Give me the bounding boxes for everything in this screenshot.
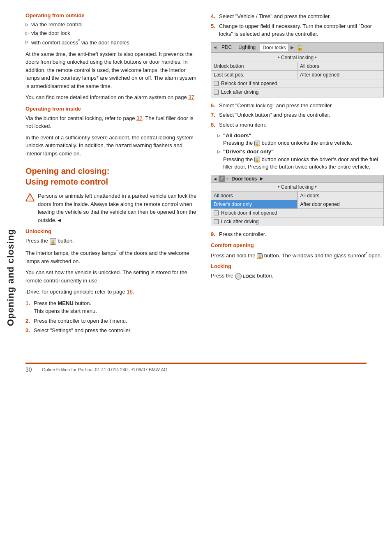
screen-mockup-1: ◄ PDC Lighting Door locks ▶ 🔒 • Central … (211, 42, 384, 97)
lock-circle-icon (235, 273, 242, 280)
screen1-lock-driving-checkbox (214, 90, 219, 95)
screen2-row1: All doors All doors (211, 192, 383, 200)
operating-outside-bullets: via the remote control via the door lock… (25, 21, 198, 47)
screen1-fwd-arrow: ▶ (291, 45, 294, 50)
screen1-back-arrow: ◄ (213, 45, 217, 50)
left-column: Operating from outside via the remote co… (25, 12, 198, 338)
unlocking-para1: Press the 🔓 button. (25, 237, 198, 245)
inside-para2: In the event of a sufficiently severe ac… (25, 134, 198, 158)
screen1-after-door: After door opened (297, 71, 383, 79)
warning-text: Persons or animals left unattended in a … (38, 192, 198, 224)
screen2-header: ◄ ✓ ≡ Door locks ▶ (211, 175, 383, 183)
screen1-tab-doorlocks: Door locks (260, 44, 289, 51)
outside-para1: At the same time, the anti-theft system … (25, 50, 198, 90)
outside-para2: You can find more detailed information o… (25, 93, 198, 102)
section-locking: Locking Press the LOCK button. (211, 263, 384, 280)
steps-6-8: 6. Select "Central locking" and press th… (211, 102, 384, 129)
screen1-lock-driving-text: Lock after driving (221, 89, 258, 95)
screen2-after-door-val: After door opened (297, 200, 384, 208)
screen2-check: ✓ (219, 176, 225, 182)
section-operating-inside: Operating from inside Via the button for… (25, 106, 198, 158)
unlocking-steps: 1. Press the MENU button.This opens the … (25, 299, 198, 335)
screen1-tab-pdc: PDC (219, 44, 234, 51)
screen1-body: • Central locking • Unlock button All do… (211, 53, 383, 97)
step-1: 1. Press the MENU button.This opens the … (25, 299, 198, 315)
screen2-back: ◄ (213, 176, 217, 181)
footer: 30 Online Edition for Part no. 01 41 0 0… (25, 363, 367, 373)
screen1-relock-row: Relock door if not opened (211, 79, 383, 88)
step-8: 8. Select a menu item: (211, 121, 384, 129)
bullet-remote: via the remote control (25, 21, 198, 28)
remote-button-icon: 🔓 (50, 238, 56, 245)
svg-text:!: ! (29, 196, 31, 201)
unlocking-heading: Unlocking (25, 228, 198, 234)
unlocking-para2: The interior lamps, the courtesy lamps* … (25, 248, 198, 265)
sidebar-label: Opening and closing (5, 229, 16, 326)
screen1-tab-lighting: Lighting (236, 44, 258, 51)
screen2-fwd: ▶ (260, 176, 263, 181)
locking-text: Press the LOCK button. (211, 272, 384, 280)
lock-button-group: LOCK (235, 273, 256, 280)
screen2-drivers-door-option: Driver's door only (211, 200, 297, 208)
step-5: 5. Change to upper field if necessary. T… (211, 22, 384, 38)
screen2-lock-driving-text: Lock after driving (221, 219, 258, 224)
section-operating-outside: Operating from outside via the remote co… (25, 12, 198, 102)
unlocking-para4: iDrive, for operating principle refer to… (25, 288, 198, 296)
warning-icon: ! (25, 193, 35, 202)
screen1-all-doors: All doors (297, 62, 383, 70)
screen1-header: ◄ PDC Lighting Door locks ▶ 🔒 (211, 43, 383, 53)
screen1-last-seat: Last seat pos. (211, 71, 297, 79)
screen2-icon2: ≡ (226, 176, 228, 181)
screen1-relock-checkbox (214, 81, 219, 86)
step-4: 4. Select "Vehicle / Tires" and press th… (211, 12, 384, 21)
screen2-relock-row: Relock door if not opened (211, 209, 383, 217)
screen2-all-doors-val: All doors (297, 192, 384, 200)
screen2-relock-text: Relock door if not opened (221, 210, 277, 216)
sidebar: Opening and closing (0, 0, 21, 555)
screen1-row2: Last seat pos. After door opened (211, 71, 383, 79)
footer-text: Online Edition for Part no. 01 41 0 014 … (42, 367, 167, 372)
bullet-door-lock: via the door lock (25, 30, 198, 37)
remote-comfort-icon: 🔓 (257, 253, 263, 259)
section-unlocking: Unlocking Press the 🔓 button. The interi… (25, 228, 198, 334)
right-column: 4. Select "Vehicle / Tires" and press th… (211, 12, 384, 338)
screen1-icon: 🔒 (296, 44, 303, 51)
page-number: 30 (25, 366, 38, 373)
lock-label-text: LOCK (243, 273, 256, 280)
screen1-unlock-label: Unlock button (211, 62, 297, 70)
screen2-row2: Driver's door only After door opened (211, 200, 383, 209)
operating-outside-heading: Operating from outside (25, 12, 198, 18)
locking-heading: Locking (211, 263, 384, 269)
screen1-lock-driving-row: Lock after driving (211, 88, 383, 96)
section-comfort-opening: Comfort opening Press and hold the 🔓 but… (211, 242, 384, 260)
screen2-lock-driving-row: Lock after driving (211, 217, 383, 226)
screen-mockup-2: ◄ ✓ ≡ Door locks ▶ • Central locking • A… (211, 175, 384, 226)
step-9-list: 9. Press the controller. (211, 230, 384, 238)
step-7: 7. Select "Unlock button" and press the … (211, 111, 384, 119)
inside-para1: Via the button for central locking, refe… (25, 114, 198, 130)
screen2-lock-driving-cb (214, 219, 219, 224)
screen2-door-locks-tab: Door locks (230, 176, 258, 182)
bullet-comfort: with comfort access* via the door handle… (25, 38, 198, 47)
comfort-opening-heading: Comfort opening (211, 242, 384, 248)
screen2-relock-cb (214, 210, 219, 215)
step-6: 6. Select "Central locking" and press th… (211, 102, 384, 110)
step-9: 9. Press the controller. (211, 230, 384, 238)
warning-box: ! Persons or animals left unattended in … (25, 192, 198, 224)
step-3: 3. Select "Settings" and press the contr… (25, 326, 198, 335)
remote-icon-2: 🔓 (254, 157, 260, 162)
sub-drivers-door: "Driver's door only" Pressing the 🔓 butt… (217, 148, 384, 171)
screen2-central-locking: • Central locking • (211, 183, 383, 192)
unlocking-para3: You can set how the vehicle is unlocked.… (25, 268, 198, 284)
screen1-row1: Unlock button All doors (211, 62, 383, 71)
screen1-central-locking: • Central locking • (211, 53, 383, 62)
sub-all-doors: "All doors" Pressing the 🔓 button once u… (217, 132, 384, 147)
step-2: 2. Press the controller to open the i me… (25, 317, 198, 325)
big-section-title: Opening and closing: Using remote contro… (25, 166, 198, 187)
steps-4-5: 4. Select "Vehicle / Tires" and press th… (211, 12, 384, 38)
remote-icon-1: 🔓 (254, 141, 260, 146)
comfort-opening-text: Press and hold the 🔓 button. The windows… (211, 251, 384, 260)
operating-inside-heading: Operating from inside (25, 106, 198, 112)
screen2-all-doors-option: All doors (211, 192, 297, 200)
screen1-relock-text: Relock door if not opened (221, 81, 277, 86)
